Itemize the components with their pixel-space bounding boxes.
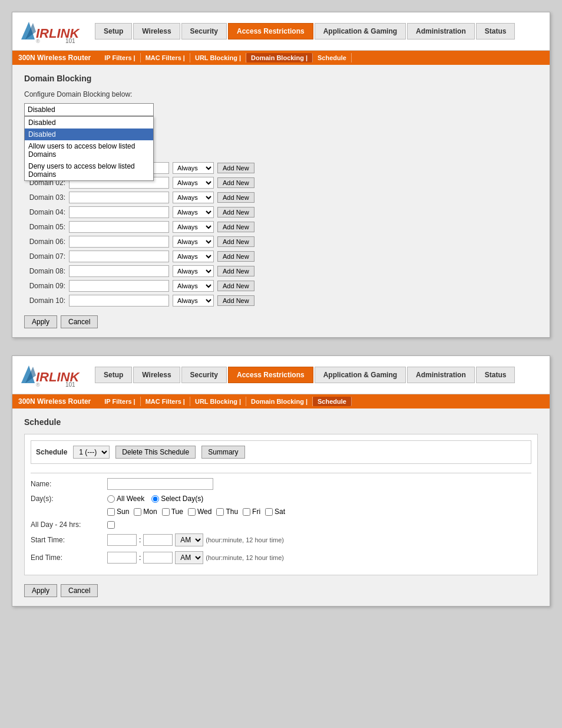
add-new-btn-9[interactable]: Add New — [217, 281, 254, 291]
add-new-btn-1[interactable]: Add New — [217, 163, 254, 173]
day-checkbox-tue[interactable]: Tue — [162, 508, 183, 516]
sub-nav-ip-filters[interactable]: IP Filters | — [100, 53, 140, 62]
all-day-checkbox[interactable] — [107, 521, 115, 529]
nav-tab-wireless[interactable]: Wireless — [133, 367, 180, 383]
sub-nav-domain-blocking[interactable]: Domain Blocking | — [246, 53, 313, 62]
sub-nav-url-blocking[interactable]: URL Blocking | — [190, 53, 246, 62]
day-checkbox-thu[interactable]: Thu — [216, 508, 238, 516]
day-checkbox-input-mon[interactable] — [134, 508, 141, 516]
add-new-btn-2[interactable]: Add New — [217, 177, 254, 188]
end-ampm-select[interactable]: AMPM — [175, 551, 203, 564]
domain-input-8[interactable] — [69, 265, 169, 277]
start-minute-input[interactable] — [143, 534, 173, 546]
domain-label-4: Domain 04: — [24, 208, 65, 216]
sub-nav-ip-filters[interactable]: IP Filters | — [100, 397, 140, 406]
schedule-content: Schedule1 (---)Delete This ScheduleSumma… — [24, 434, 538, 575]
nav-tab-setup[interactable]: Setup — [95, 23, 132, 39]
always-select-5[interactable]: Always — [173, 221, 214, 233]
always-select-10[interactable]: Always — [173, 295, 214, 307]
nav-tab-security[interactable]: Security — [181, 367, 227, 383]
cancel-button[interactable]: Cancel — [61, 584, 98, 597]
domain-blocking-select[interactable]: DisabledDisabledAllow users to access be… — [24, 103, 154, 116]
dropdown-option-1[interactable]: Disabled — [25, 129, 153, 140]
sub-nav-domain-blocking[interactable]: Domain Blocking | — [246, 397, 313, 406]
day-checkbox-sun[interactable]: Sun — [107, 508, 129, 516]
nav-tab-application-&-gaming[interactable]: Application & Gaming — [315, 367, 406, 383]
nav-tab-application-&-gaming[interactable]: Application & Gaming — [315, 23, 406, 39]
sub-nav-mac-filters[interactable]: MAC Filters | — [141, 53, 190, 62]
domain-input-7[interactable] — [69, 251, 169, 262]
apply-button[interactable]: Apply — [24, 315, 57, 328]
nav-tab-access-restrictions[interactable]: Access Restrictions — [228, 23, 313, 39]
summary-button[interactable]: Summary — [201, 446, 244, 459]
dropdown-option-2[interactable]: Allow users to access below listed Domai… — [25, 140, 153, 160]
nav-tab-administration[interactable]: Administration — [407, 367, 475, 383]
always-select-1[interactable]: Always — [173, 162, 214, 174]
day-checkbox-input-thu[interactable] — [216, 508, 224, 516]
schedule-number-select[interactable]: 1 (---) — [73, 446, 110, 459]
dropdown-option-0[interactable]: Disabled — [25, 117, 153, 129]
days-radio-group: All WeekSelect Day(s) — [107, 495, 203, 503]
day-checkbox-input-sun[interactable] — [107, 508, 115, 516]
cancel-button[interactable]: Cancel — [61, 315, 98, 328]
nav-tab-status[interactable]: Status — [476, 367, 515, 383]
always-select-9[interactable]: Always — [173, 280, 214, 292]
days-checkbox-group: SunMonTueWedThuFriSat — [107, 508, 285, 516]
nav-tab-status[interactable]: Status — [476, 23, 515, 39]
add-new-btn-6[interactable]: Add New — [217, 236, 254, 247]
always-select-4[interactable]: Always — [173, 206, 214, 218]
nav-tab-access-restrictions[interactable]: Access Restrictions — [228, 367, 313, 383]
nav-tab-security[interactable]: Security — [181, 23, 227, 39]
nav-tab-setup[interactable]: Setup — [95, 367, 132, 383]
schedule-main-label: Schedule — [36, 448, 67, 456]
start-hour-input[interactable] — [107, 534, 137, 546]
dropdown-option-3[interactable]: Deny users to access below listed Domain… — [25, 160, 153, 180]
day-checkbox-fri[interactable]: Fri — [243, 508, 260, 516]
name-label: Name: — [31, 480, 101, 488]
apply-button[interactable]: Apply — [24, 584, 57, 597]
sub-nav-mac-filters[interactable]: MAC Filters | — [141, 397, 190, 406]
day-checkbox-input-wed[interactable] — [188, 508, 196, 516]
domain-blocking-dropdown-menu: DisabledDisabledAllow users to access be… — [24, 116, 154, 181]
radio-input-0[interactable] — [107, 495, 115, 503]
domain-input-6[interactable] — [69, 236, 169, 248]
add-new-btn-4[interactable]: Add New — [217, 207, 254, 218]
day-checkbox-input-sat[interactable] — [265, 508, 273, 516]
day-checkbox-mon[interactable]: Mon — [134, 508, 157, 516]
always-select-6[interactable]: Always — [173, 236, 214, 248]
radio-input-1[interactable] — [151, 495, 159, 503]
day-checkbox-input-fri[interactable] — [243, 508, 250, 516]
domain-input-10[interactable] — [69, 295, 169, 307]
domain-input-4[interactable] — [69, 206, 169, 218]
add-new-btn-7[interactable]: Add New — [217, 251, 254, 262]
start-ampm-select[interactable]: AMPM — [175, 533, 203, 546]
domain-input-5[interactable] — [69, 221, 169, 233]
sub-nav-url-blocking[interactable]: URL Blocking | — [190, 397, 246, 406]
time-hint: (hour:minute, 12 hour time) — [206, 554, 284, 561]
always-select-2[interactable]: Always — [173, 177, 214, 189]
nav-tab-wireless[interactable]: Wireless — [133, 23, 180, 39]
end-hour-input[interactable] — [107, 552, 137, 564]
day-checkbox-sat[interactable]: Sat — [265, 508, 285, 516]
delete-schedule-button[interactable]: Delete This Schedule — [115, 446, 196, 459]
always-select-3[interactable]: Always — [173, 192, 214, 203]
domain-input-9[interactable] — [69, 280, 169, 292]
sub-nav-schedule[interactable]: Schedule — [313, 397, 352, 406]
add-new-btn-10[interactable]: Add New — [217, 295, 254, 306]
radio-option-1[interactable]: Select Day(s) — [151, 495, 203, 503]
add-new-btn-8[interactable]: Add New — [217, 266, 254, 276]
add-new-btn-3[interactable]: Add New — [217, 192, 254, 203]
domain-input-3[interactable] — [69, 192, 169, 203]
nav-tabs: SetupWirelessSecurityAccess Restrictions… — [95, 367, 544, 383]
end-minute-input[interactable] — [143, 552, 173, 564]
always-select-8[interactable]: Always — [173, 265, 214, 277]
day-checkbox-wed[interactable]: Wed — [188, 508, 211, 516]
domain-label-3: Domain 03: — [24, 193, 65, 202]
name-input[interactable] — [107, 478, 213, 490]
always-select-7[interactable]: Always — [173, 251, 214, 262]
nav-tab-administration[interactable]: Administration — [407, 23, 475, 39]
radio-option-0[interactable]: All Week — [107, 495, 144, 503]
sub-nav-schedule[interactable]: Schedule — [313, 53, 352, 62]
day-checkbox-input-tue[interactable] — [162, 508, 170, 516]
add-new-btn-5[interactable]: Add New — [217, 222, 254, 232]
